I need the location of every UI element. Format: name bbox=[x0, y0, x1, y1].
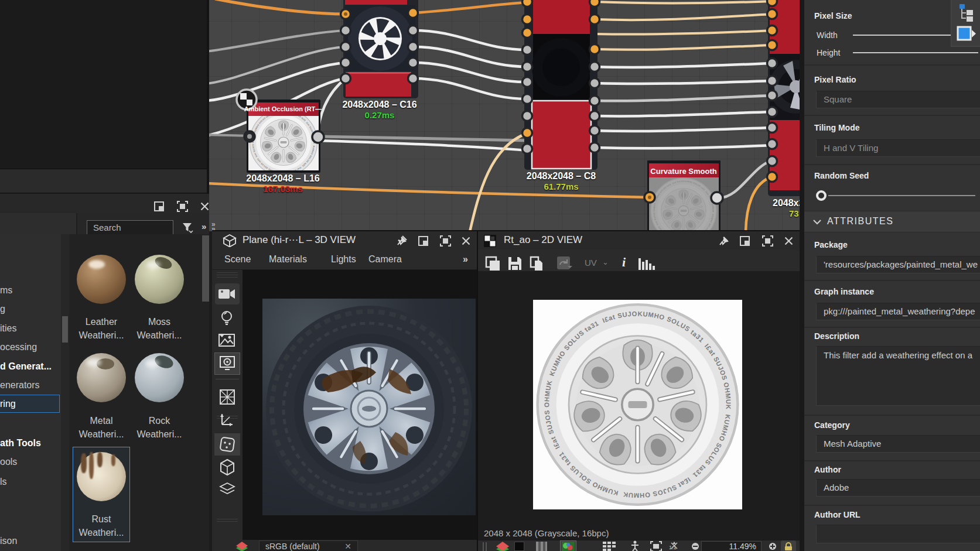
svg-text:Curvature Smooth: Curvature Smooth bbox=[650, 167, 716, 176]
svg-text:Ambient Occlusion (RT—: Ambient Occlusion (RT— bbox=[244, 105, 322, 112]
svg-text:1:1: 1:1 bbox=[669, 545, 677, 550]
